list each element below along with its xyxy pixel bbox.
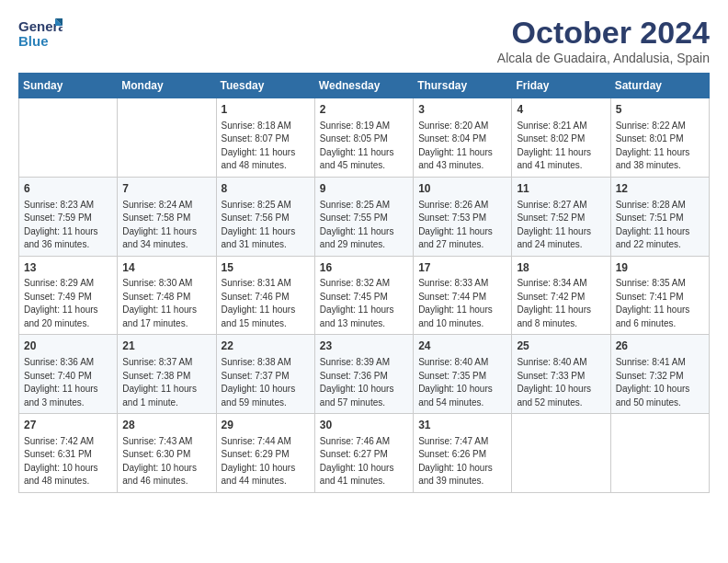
table-row: 13Sunrise: 8:29 AM Sunset: 7:49 PM Dayli… <box>19 256 118 335</box>
day-content: Sunrise: 8:41 AM Sunset: 7:32 PM Dayligh… <box>616 356 704 409</box>
day-number: 8 <box>222 181 310 197</box>
table-row: 25Sunrise: 8:40 AM Sunset: 7:33 PM Dayli… <box>512 335 610 414</box>
day-number: 28 <box>122 418 210 433</box>
day-number: 12 <box>616 181 704 197</box>
day-number: 4 <box>517 102 605 118</box>
day-content: Sunrise: 8:25 AM Sunset: 7:55 PM Dayligh… <box>320 199 408 252</box>
day-number: 2 <box>320 102 408 118</box>
table-row: 11Sunrise: 8:27 AM Sunset: 7:52 PM Dayli… <box>512 177 610 256</box>
table-row: 12Sunrise: 8:28 AM Sunset: 7:51 PM Dayli… <box>610 177 709 256</box>
table-row: 5Sunrise: 8:22 AM Sunset: 8:01 PM Daylig… <box>610 98 709 178</box>
calendar-header-row: Sunday Monday Tuesday Wednesday Thursday… <box>19 74 710 98</box>
day-number: 30 <box>320 418 408 433</box>
day-number: 6 <box>24 181 112 197</box>
day-number: 16 <box>320 260 408 276</box>
table-row: 9Sunrise: 8:25 AM Sunset: 7:55 PM Daylig… <box>314 177 413 256</box>
day-content: Sunrise: 7:46 AM Sunset: 6:27 PM Dayligh… <box>320 435 408 488</box>
table-row: 28Sunrise: 7:43 AM Sunset: 6:30 PM Dayli… <box>118 414 216 493</box>
svg-text:Blue: Blue <box>18 33 49 49</box>
calendar-week-row: 6Sunrise: 8:23 AM Sunset: 7:59 PM Daylig… <box>19 177 710 256</box>
table-row: 31Sunrise: 7:47 AM Sunset: 6:26 PM Dayli… <box>414 414 512 493</box>
table-row: 26Sunrise: 8:41 AM Sunset: 7:32 PM Dayli… <box>610 335 709 414</box>
day-number: 1 <box>222 102 310 118</box>
title-section: October 2024 Alcala de Guadaira, Andalus… <box>497 15 710 65</box>
day-content: Sunrise: 8:33 AM Sunset: 7:44 PM Dayligh… <box>418 277 506 330</box>
table-row: 27Sunrise: 7:42 AM Sunset: 6:31 PM Dayli… <box>19 414 118 493</box>
table-row: 16Sunrise: 8:32 AM Sunset: 7:45 PM Dayli… <box>314 256 413 335</box>
calendar-week-row: 27Sunrise: 7:42 AM Sunset: 6:31 PM Dayli… <box>19 414 710 493</box>
calendar-week-row: 13Sunrise: 8:29 AM Sunset: 7:49 PM Dayli… <box>19 256 710 335</box>
day-number: 14 <box>122 260 210 276</box>
day-content: Sunrise: 8:40 AM Sunset: 7:33 PM Dayligh… <box>517 356 605 409</box>
table-row <box>19 98 118 178</box>
header-sunday: Sunday <box>19 74 118 98</box>
logo-svg: General Blue <box>18 15 63 53</box>
table-row: 30Sunrise: 7:46 AM Sunset: 6:27 PM Dayli… <box>314 414 413 493</box>
day-content: Sunrise: 8:19 AM Sunset: 8:05 PM Dayligh… <box>320 120 408 173</box>
day-number: 11 <box>517 181 605 197</box>
table-row: 2Sunrise: 8:19 AM Sunset: 8:05 PM Daylig… <box>314 98 413 178</box>
month-title: October 2024 <box>497 15 710 51</box>
table-row: 6Sunrise: 8:23 AM Sunset: 7:59 PM Daylig… <box>19 177 118 256</box>
calendar-week-row: 20Sunrise: 8:36 AM Sunset: 7:40 PM Dayli… <box>19 335 710 414</box>
table-row: 3Sunrise: 8:20 AM Sunset: 8:04 PM Daylig… <box>414 98 512 178</box>
day-number: 24 <box>418 339 506 354</box>
table-row: 8Sunrise: 8:25 AM Sunset: 7:56 PM Daylig… <box>216 177 314 256</box>
day-content: Sunrise: 8:20 AM Sunset: 8:04 PM Dayligh… <box>418 120 506 173</box>
day-content: Sunrise: 8:22 AM Sunset: 8:01 PM Dayligh… <box>616 120 704 173</box>
table-row: 7Sunrise: 8:24 AM Sunset: 7:58 PM Daylig… <box>118 177 216 256</box>
day-content: Sunrise: 8:32 AM Sunset: 7:45 PM Dayligh… <box>320 277 408 330</box>
day-content: Sunrise: 8:34 AM Sunset: 7:42 PM Dayligh… <box>517 277 605 330</box>
table-row: 24Sunrise: 8:40 AM Sunset: 7:35 PM Dayli… <box>414 335 512 414</box>
day-content: Sunrise: 8:23 AM Sunset: 7:59 PM Dayligh… <box>24 199 112 252</box>
header-wednesday: Wednesday <box>314 74 413 98</box>
table-row: 10Sunrise: 8:26 AM Sunset: 7:53 PM Dayli… <box>414 177 512 256</box>
table-row: 14Sunrise: 8:30 AM Sunset: 7:48 PM Dayli… <box>118 256 216 335</box>
day-number: 18 <box>517 260 605 276</box>
day-content: Sunrise: 8:38 AM Sunset: 7:37 PM Dayligh… <box>222 356 310 409</box>
page-header: General Blue October 2024 Alcala de Guad… <box>18 15 710 65</box>
table-row: 23Sunrise: 8:39 AM Sunset: 7:36 PM Dayli… <box>314 335 413 414</box>
day-number: 22 <box>222 339 310 354</box>
table-row: 17Sunrise: 8:33 AM Sunset: 7:44 PM Dayli… <box>414 256 512 335</box>
day-content: Sunrise: 8:36 AM Sunset: 7:40 PM Dayligh… <box>24 356 112 409</box>
day-number: 3 <box>418 102 506 118</box>
day-content: Sunrise: 8:28 AM Sunset: 7:51 PM Dayligh… <box>616 199 704 252</box>
day-content: Sunrise: 8:27 AM Sunset: 7:52 PM Dayligh… <box>517 199 605 252</box>
day-content: Sunrise: 7:44 AM Sunset: 6:29 PM Dayligh… <box>222 435 310 488</box>
table-row: 1Sunrise: 8:18 AM Sunset: 8:07 PM Daylig… <box>216 98 314 178</box>
day-number: 9 <box>320 181 408 197</box>
logo: General Blue <box>18 15 63 53</box>
day-content: Sunrise: 7:47 AM Sunset: 6:26 PM Dayligh… <box>418 435 506 488</box>
day-number: 13 <box>24 260 112 276</box>
location-subtitle: Alcala de Guadaira, Andalusia, Spain <box>497 51 710 65</box>
table-row: 20Sunrise: 8:36 AM Sunset: 7:40 PM Dayli… <box>19 335 118 414</box>
day-content: Sunrise: 8:21 AM Sunset: 8:02 PM Dayligh… <box>517 120 605 173</box>
day-content: Sunrise: 7:43 AM Sunset: 6:30 PM Dayligh… <box>122 435 210 488</box>
table-row <box>512 414 610 493</box>
day-number: 23 <box>320 339 408 354</box>
header-thursday: Thursday <box>414 74 512 98</box>
table-row: 22Sunrise: 8:38 AM Sunset: 7:37 PM Dayli… <box>216 335 314 414</box>
day-content: Sunrise: 8:31 AM Sunset: 7:46 PM Dayligh… <box>222 277 310 330</box>
table-row: 19Sunrise: 8:35 AM Sunset: 7:41 PM Dayli… <box>610 256 709 335</box>
header-saturday: Saturday <box>610 74 709 98</box>
header-tuesday: Tuesday <box>216 74 314 98</box>
header-friday: Friday <box>512 74 610 98</box>
day-number: 27 <box>24 418 112 433</box>
day-number: 17 <box>418 260 506 276</box>
day-number: 5 <box>616 102 704 118</box>
day-content: Sunrise: 7:42 AM Sunset: 6:31 PM Dayligh… <box>24 435 112 488</box>
day-number: 20 <box>24 339 112 354</box>
day-number: 15 <box>222 260 310 276</box>
day-content: Sunrise: 8:35 AM Sunset: 7:41 PM Dayligh… <box>616 277 704 330</box>
table-row: 15Sunrise: 8:31 AM Sunset: 7:46 PM Dayli… <box>216 256 314 335</box>
day-content: Sunrise: 8:39 AM Sunset: 7:36 PM Dayligh… <box>320 356 408 409</box>
table-row: 4Sunrise: 8:21 AM Sunset: 8:02 PM Daylig… <box>512 98 610 178</box>
day-number: 29 <box>222 418 310 433</box>
day-content: Sunrise: 8:37 AM Sunset: 7:38 PM Dayligh… <box>122 356 210 409</box>
day-content: Sunrise: 8:18 AM Sunset: 8:07 PM Dayligh… <box>222 120 310 173</box>
day-number: 26 <box>616 339 704 354</box>
table-row: 29Sunrise: 7:44 AM Sunset: 6:29 PM Dayli… <box>216 414 314 493</box>
day-content: Sunrise: 8:29 AM Sunset: 7:49 PM Dayligh… <box>24 277 112 330</box>
